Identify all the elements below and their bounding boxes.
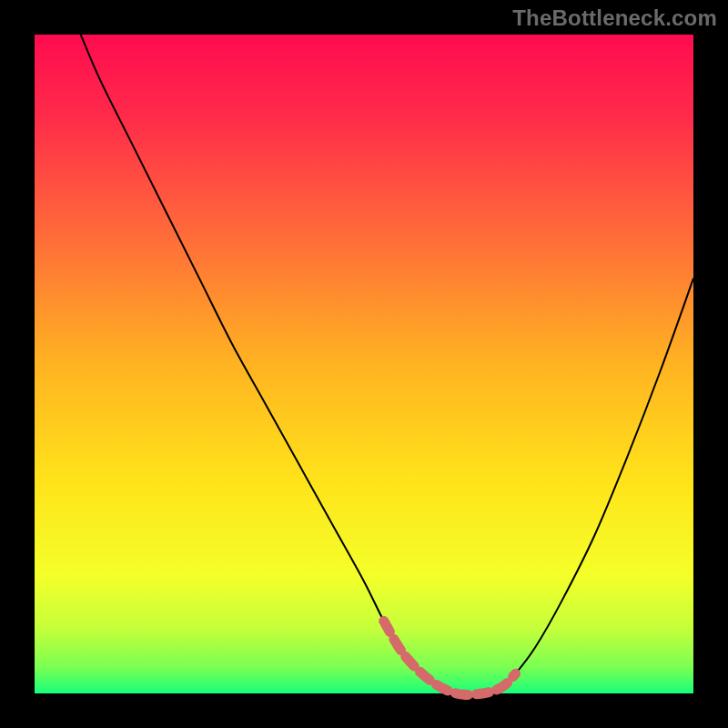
plot-gradient-bg [35, 35, 693, 693]
chart-frame: TheBottleneck.com [0, 0, 728, 728]
bottleneck-chart [0, 0, 728, 728]
